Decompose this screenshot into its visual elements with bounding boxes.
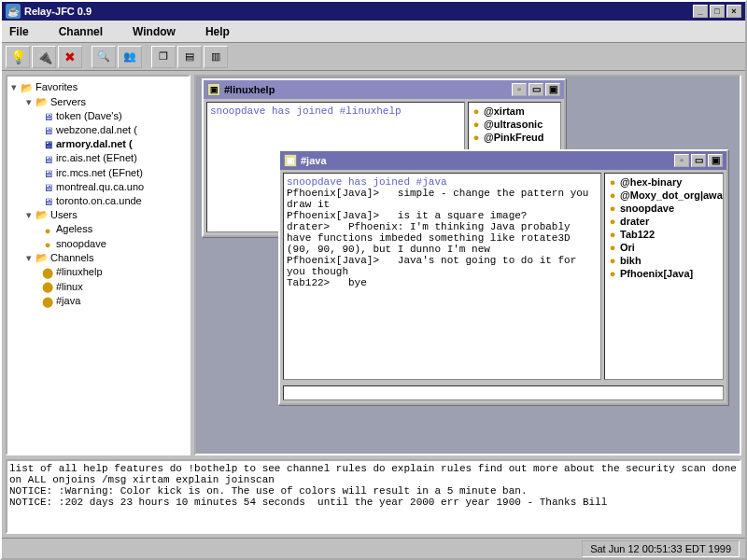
window-icon: ▣ — [207, 83, 220, 96]
person-icon: ● — [607, 176, 618, 188]
tile-vertical-icon[interactable]: ▥ — [204, 46, 228, 68]
tree-server-item[interactable]: 🖥webzone.dal.net ( — [11, 123, 185, 137]
folder-icon: 📂 — [35, 252, 49, 264]
server-icon: 🖥 — [41, 111, 54, 122]
window-title: #java — [301, 155, 672, 166]
minimize-button[interactable]: _ — [693, 5, 708, 18]
titlebar: ☕ Relay-JFC 0.9 _ □ × — [2, 2, 745, 21]
list-item[interactable]: ●Tab122 — [607, 228, 721, 241]
person-icon: ● — [607, 255, 618, 266]
maximize-button[interactable]: □ — [710, 5, 725, 18]
tree-user-item[interactable]: ●snoopdave — [11, 237, 185, 251]
close-button[interactable]: × — [726, 5, 741, 18]
folder-icon: 📂 — [35, 209, 49, 221]
person-icon: ● — [471, 119, 482, 130]
list-item[interactable]: ●@hex-binary — [607, 175, 721, 189]
users-icon[interactable]: 👥 — [118, 46, 142, 68]
input-bar — [280, 383, 726, 403]
server-console[interactable]: list of all help features do !bothelp to… — [6, 459, 741, 534]
internal-titlebar[interactable]: ▣ #linuxhelp ▫ ▭ ▣ — [204, 80, 564, 99]
window-title: #linuxhelp — [224, 84, 510, 95]
close-button[interactable]: ▣ — [545, 83, 560, 96]
server-icon: 🖥 — [41, 154, 54, 165]
user-list[interactable]: ●@hex-binary ●@Moxy_dot_org|away| ●snoop… — [604, 173, 724, 380]
people-icon: ⬤ — [41, 296, 54, 308]
channel-window-java[interactable]: ▣ #java ▫ ▭ ▣ snoopdave has joined #java… — [278, 149, 728, 405]
server-icon: 🖥 — [41, 139, 54, 150]
tree-server-item[interactable]: 🖥toronto.on.ca.unde — [11, 194, 185, 208]
mdi-area: ▣ #linuxhelp ▫ ▭ ▣ snoopdave has joined … — [194, 75, 741, 455]
server-icon: 🖥 — [41, 196, 54, 207]
person-icon: ● — [607, 268, 618, 279]
tree-user-item[interactable]: ●Ageless — [11, 222, 185, 236]
connect-icon[interactable]: 🔌 — [32, 46, 56, 68]
status-clock: Sat Jun 12 00:51:33 EDT 1999 — [582, 540, 740, 557]
menu-window[interactable]: Window — [133, 25, 176, 38]
tree-users[interactable]: ▾📂Users — [11, 208, 185, 223]
tree-server-item[interactable]: 🖥irc.ais.net (EFnet) — [11, 151, 185, 165]
close-button[interactable]: ▣ — [708, 154, 723, 167]
person-icon: ● — [607, 242, 618, 253]
list-item[interactable]: ●snoopdave — [607, 202, 721, 215]
statusbar: Sat Jun 12 00:51:33 EDT 1999 — [2, 538, 745, 558]
cascade-icon[interactable]: ❐ — [151, 46, 176, 68]
person-icon: ● — [471, 132, 482, 143]
maximize-button[interactable]: ▭ — [691, 154, 706, 167]
tree-servers[interactable]: ▾📂Servers — [11, 95, 185, 110]
menu-channel[interactable]: Channel — [59, 25, 103, 38]
list-item[interactable]: ●Ori — [607, 241, 721, 254]
tree-server-item[interactable]: 🖥armory.dal.net ( — [11, 137, 185, 151]
tree-server-item[interactable]: 🖥token (Dave's) — [11, 109, 185, 123]
internal-titlebar[interactable]: ▣ #java ▫ ▭ ▣ — [280, 151, 726, 170]
tree-server-item[interactable]: 🖥irc.mcs.net (EFnet) — [11, 166, 185, 180]
java-logo-icon: ☕ — [6, 4, 21, 19]
window-icon: ▣ — [284, 154, 297, 167]
list-item[interactable]: ●@ultrasonic — [471, 118, 558, 131]
server-icon: 🖥 — [41, 125, 54, 136]
person-icon: ● — [607, 229, 618, 240]
person-icon: ● — [607, 216, 618, 227]
list-item[interactable]: ●@xirtam — [471, 105, 558, 118]
main-area: ▾📂Favorites ▾📂Servers 🖥token (Dave's) 🖥w… — [2, 71, 745, 459]
tree-channels[interactable]: ▾📂Channels — [11, 251, 185, 266]
people-icon: ⬤ — [41, 281, 54, 293]
person-icon: ● — [41, 225, 54, 236]
folder-icon: 📂 — [21, 82, 34, 94]
person-icon: ● — [471, 105, 482, 117]
disconnect-icon[interactable]: ✖ — [58, 46, 82, 68]
maximize-button[interactable]: ▭ — [529, 83, 543, 96]
list-item[interactable]: ●Pfhoenix[Java] — [607, 267, 721, 280]
person-icon: ● — [41, 239, 54, 250]
tree-channel-item[interactable]: ⬤#linuxhelp — [11, 265, 185, 280]
person-icon: ● — [607, 203, 618, 214]
message-input[interactable] — [283, 385, 724, 400]
menu-file[interactable]: File — [9, 25, 29, 38]
tree-channel-item[interactable]: ⬤#linux — [11, 280, 185, 295]
app-window: ☕ Relay-JFC 0.9 _ □ × File Channel Windo… — [0, 0, 747, 560]
chat-log[interactable]: snoopdave has joined #java Pfhoenix[Java… — [283, 173, 601, 380]
tile-horizontal-icon[interactable]: ▤ — [177, 46, 202, 68]
list-item[interactable]: ●bikh — [607, 254, 721, 267]
list-item[interactable]: ●drater — [607, 215, 721, 228]
sidebar-tree[interactable]: ▾📂Favorites ▾📂Servers 🖥token (Dave's) 🖥w… — [6, 75, 190, 455]
server-icon: 🖥 — [41, 182, 54, 193]
list-item[interactable]: ●@PinkFreud — [471, 131, 558, 144]
binoculars-icon[interactable]: 🔍 — [92, 46, 116, 68]
minimize-button[interactable]: ▫ — [674, 154, 689, 167]
server-icon: 🖥 — [41, 168, 54, 179]
menu-help[interactable]: Help — [205, 25, 230, 38]
lightbulb-icon[interactable]: 💡 — [6, 46, 30, 68]
toolbar: 💡 🔌 ✖ 🔍 👥 ❐ ▤ ▥ — [2, 43, 745, 71]
person-icon: ● — [607, 189, 618, 201]
tree-server-item[interactable]: 🖥montreal.qu.ca.uno — [11, 180, 185, 194]
minimize-button[interactable]: ▫ — [512, 83, 527, 96]
menubar: File Channel Window Help — [2, 21, 745, 43]
window-title: Relay-JFC 0.9 — [24, 6, 691, 17]
people-icon: ⬤ — [41, 267, 54, 279]
tree-channel-item[interactable]: ⬤#java — [11, 294, 185, 309]
folder-icon: 📂 — [35, 96, 49, 108]
tree-favorites[interactable]: ▾📂Favorites — [11, 80, 185, 95]
list-item[interactable]: ●@Moxy_dot_org|away| — [607, 189, 721, 202]
